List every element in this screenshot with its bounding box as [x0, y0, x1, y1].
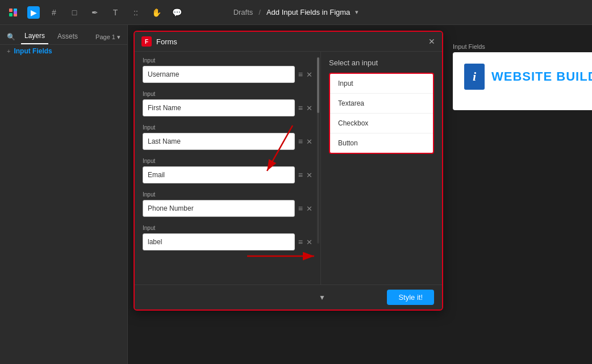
- toolbar-left: ▶ # □ ✒ T :: ✋ 💬: [7, 6, 199, 19]
- drag-handle-label[interactable]: ≡: [298, 237, 303, 246]
- main-content: 🔍 Layers Assets Page 1 ▾ + Input Fields …: [0, 25, 592, 364]
- frame-tool-icon[interactable]: #: [48, 6, 60, 19]
- field-group-lastname: Input ≡ ✕: [143, 124, 312, 150]
- hand-tool-icon[interactable]: ✋: [150, 6, 162, 19]
- drag-handle-phone[interactable]: ≡: [298, 204, 303, 213]
- website-logo-icon: i: [473, 69, 476, 84]
- remove-phone[interactable]: ✕: [306, 204, 312, 213]
- plugin-close-button[interactable]: ✕: [428, 37, 435, 46]
- style-it-button[interactable]: Style it!: [387, 290, 434, 305]
- field-row-email: ≡ ✕: [143, 166, 312, 183]
- field-group-firstname: Input ≡ ✕: [143, 91, 312, 116]
- remove-lastname[interactable]: ✕: [306, 137, 312, 146]
- field-input-email[interactable]: [143, 166, 295, 183]
- field-label-label: Input: [143, 225, 312, 231]
- drag-handle-lastname[interactable]: ≡: [298, 137, 303, 146]
- field-input-label[interactable]: [143, 233, 295, 250]
- svg-rect-2: [9, 13, 12, 16]
- website-title: WEBSITE BUILDER INSIDER: [491, 69, 592, 84]
- plugin-icon: F: [141, 36, 152, 47]
- field-row-firstname: ≡ ✕: [143, 99, 312, 116]
- field-group-username: Input ≡ ✕: [143, 57, 312, 83]
- field-label-email: Input: [143, 158, 312, 164]
- svg-rect-0: [9, 9, 12, 12]
- website-logo-block: i: [464, 64, 485, 90]
- breadcrumb-drafts[interactable]: Drafts: [234, 8, 253, 16]
- field-input-lastname[interactable]: [143, 133, 295, 150]
- field-row-lastname: ≡ ✕: [143, 133, 312, 150]
- plugin-header: F Forms ✕: [135, 32, 442, 52]
- field-label-lastname: Input: [143, 124, 312, 131]
- drag-handle-email[interactable]: ≡: [298, 170, 303, 179]
- tab-layers[interactable]: Layers: [21, 30, 48, 44]
- remove-email[interactable]: ✕: [306, 171, 312, 179]
- plugin-panel: F Forms ✕ Input ≡: [134, 31, 443, 311]
- select-input-column: Select an input Input Textarea Checkbox …: [321, 52, 442, 284]
- select-panel: Input Textarea Checkbox Button: [329, 73, 434, 154]
- remove-firstname[interactable]: ✕: [306, 104, 312, 112]
- tab-assets[interactable]: Assets: [54, 30, 81, 44]
- scroll-indicator: [317, 57, 319, 244]
- breadcrumb-current-page[interactable]: Add Input Fields in Figma: [266, 8, 350, 16]
- right-panel-section-label: Input Fields: [453, 43, 592, 50]
- field-label-phone: Input: [143, 191, 312, 198]
- plugin-body: Input ≡ ✕ Input ≡ ✕: [135, 52, 442, 284]
- field-row-phone: ≡ ✕: [143, 200, 312, 217]
- field-input-firstname[interactable]: [143, 99, 295, 116]
- right-panel: i WEBSITE BUILDER INSIDER: [453, 52, 592, 110]
- left-sidebar: 🔍 Layers Assets Page 1 ▾ + Input Fields: [0, 25, 128, 364]
- field-group-label: Input ≡ ✕: [143, 225, 312, 250]
- toolbar-center: Drafts / Add Input Fields in Figma ▾: [199, 8, 392, 16]
- breadcrumb-chevron-icon[interactable]: ▾: [355, 9, 358, 16]
- plugin-title: Forms: [156, 37, 424, 46]
- select-option-textarea[interactable]: Textarea: [330, 94, 433, 114]
- select-panel-title: Select an input: [329, 58, 434, 67]
- figma-logo-icon[interactable]: [7, 6, 19, 19]
- field-row-label: ≡ ✕: [143, 233, 312, 250]
- select-tool-icon[interactable]: ▶: [27, 6, 40, 19]
- remove-username[interactable]: ✕: [306, 70, 312, 79]
- field-row-username: ≡ ✕: [143, 66, 312, 83]
- pen-tool-icon[interactable]: ✒: [89, 6, 101, 19]
- field-group-phone: Input ≡ ✕: [143, 191, 312, 217]
- select-option-checkbox[interactable]: Checkbox: [330, 114, 433, 133]
- canvas-area: F Forms ✕ Input ≡: [128, 25, 592, 364]
- sidebar-section-header: + Input Fields: [0, 45, 127, 57]
- text-tool-icon[interactable]: T: [109, 6, 122, 19]
- right-panel-wrapper: Input Fields i WEBSITE BUILDER INSIDER: [453, 43, 592, 110]
- drag-handle-username[interactable]: ≡: [298, 70, 303, 79]
- plugin-footer: ▼ Style it!: [135, 284, 442, 309]
- select-option-button[interactable]: Button: [330, 133, 433, 153]
- field-input-username[interactable]: [143, 66, 295, 83]
- drag-handle-firstname[interactable]: ≡: [298, 103, 303, 112]
- field-input-phone[interactable]: [143, 200, 295, 217]
- website-header: i WEBSITE BUILDER INSIDER: [464, 64, 592, 90]
- sidebar-tabs: 🔍 Layers Assets Page 1 ▾: [0, 25, 127, 45]
- scroll-down-indicator: ▼: [319, 294, 326, 302]
- field-label-firstname: Input: [143, 91, 312, 97]
- shape-tool-icon[interactable]: □: [68, 6, 81, 19]
- comment-tool-icon[interactable]: 💬: [170, 6, 183, 19]
- scroll-thumb: [317, 57, 319, 113]
- section-label: Input Fields: [14, 47, 52, 55]
- svg-point-4: [14, 11, 17, 14]
- sidebar-search-icon: 🔍: [7, 33, 15, 41]
- page-selector[interactable]: Page 1 ▾: [95, 34, 120, 41]
- select-option-input[interactable]: Input: [330, 74, 433, 94]
- field-group-email: Input ≡ ✕: [143, 158, 312, 183]
- form-list-column: Input ≡ ✕ Input ≡ ✕: [135, 52, 321, 284]
- toolbar: ▶ # □ ✒ T :: ✋ 💬 Drafts / Add Input Fiel…: [0, 0, 592, 25]
- remove-label[interactable]: ✕: [306, 238, 312, 246]
- field-label-username: Input: [143, 57, 312, 64]
- plus-icon: +: [7, 48, 10, 55]
- breadcrumb-separator: /: [259, 8, 261, 16]
- component-tool-icon[interactable]: ::: [130, 6, 142, 19]
